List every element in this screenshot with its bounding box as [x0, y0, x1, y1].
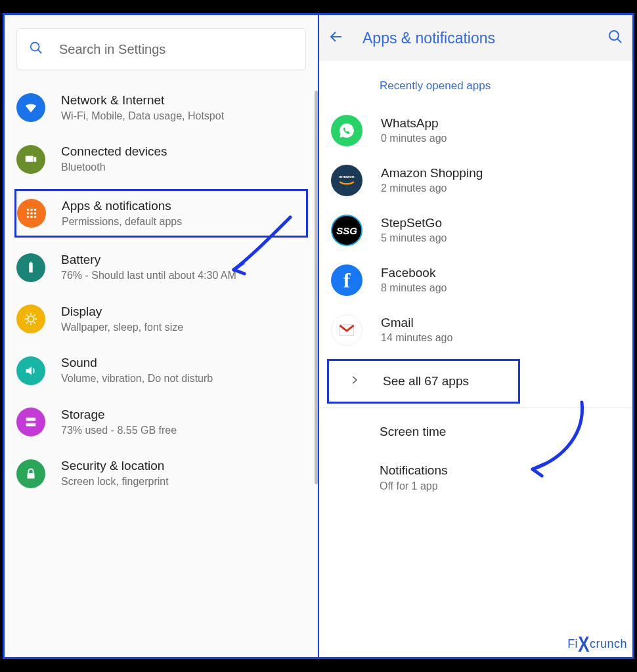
svg-point-9	[34, 212, 37, 215]
screen-time-item[interactable]: Screen time	[319, 408, 632, 456]
settings-item-connected[interactable]: Connected devices Bluetooth	[5, 133, 318, 184]
svg-line-22	[26, 322, 28, 324]
app-title: Gmail	[381, 315, 621, 331]
settings-item-apps[interactable]: Apps & notifications Permissions, defaul…	[14, 189, 308, 238]
svg-text:amazon: amazon	[339, 174, 354, 178]
item-subtitle: Permissions, default apps	[62, 215, 304, 229]
item-subtitle: Wallpaper, sleep, font size	[61, 321, 306, 335]
gmail-icon	[331, 314, 362, 346]
svg-line-20	[26, 314, 28, 316]
apps-header: Apps & notifications	[319, 15, 632, 61]
app-item-amazon[interactable]: amazon Amazon Shopping 2 minutes ago	[319, 156, 632, 205]
item-title: Display	[61, 304, 306, 320]
x-icon: X	[578, 631, 590, 657]
search-icon	[29, 41, 43, 58]
wifi-icon	[16, 93, 45, 122]
svg-rect-28	[28, 473, 35, 478]
storage-icon	[16, 408, 45, 436]
settings-list: Network & Internet Wi-Fi, Mobile, Data u…	[5, 82, 318, 499]
svg-line-21	[34, 322, 35, 324]
recent-apps-list: WhatsApp 0 minutes ago amazon Amazon Sho…	[319, 106, 632, 355]
see-all-apps[interactable]: See all 67 apps	[327, 359, 520, 404]
svg-point-5	[30, 209, 33, 211]
svg-line-23	[34, 314, 35, 316]
settings-item-network[interactable]: Network & Internet Wi-Fi, Mobile, Data u…	[5, 82, 318, 133]
app-title: Facebook	[381, 265, 621, 282]
svg-point-12	[34, 216, 37, 219]
section-label: Recently opened apps	[319, 61, 632, 106]
app-title: Amazon Shopping	[381, 165, 621, 182]
item-subtitle: Volume, vibration, Do not disturb	[61, 372, 306, 386]
settings-item-display[interactable]: Display Wallpaper, sleep, font size	[5, 293, 318, 345]
svg-point-26	[28, 419, 29, 420]
svg-point-7	[27, 212, 30, 215]
item-title: Notifications	[380, 463, 632, 479]
chevron-right-icon	[349, 374, 361, 388]
svg-rect-2	[26, 156, 33, 161]
apps-pane: Apps & notifications Recently opened app…	[318, 13, 634, 659]
svg-rect-14	[30, 262, 32, 263]
svg-rect-13	[29, 262, 33, 272]
item-subtitle: 73% used - 8.55 GB free	[61, 424, 306, 438]
stepsetgo-icon: SSG	[331, 215, 362, 246]
settings-item-security[interactable]: Security & location Screen lock, fingerp…	[5, 448, 318, 499]
svg-rect-3	[34, 157, 37, 161]
search-placeholder: Search in Settings	[59, 42, 165, 57]
search-button[interactable]	[607, 29, 623, 47]
amazon-icon: amazon	[331, 165, 362, 196]
page-title: Apps & notifications	[362, 30, 589, 47]
settings-item-battery[interactable]: Battery 76% - Should last until about 4:…	[5, 242, 318, 293]
svg-point-8	[30, 212, 33, 215]
item-title: Storage	[61, 407, 306, 423]
item-subtitle: Screen lock, fingerprint	[61, 475, 306, 489]
app-subtitle: 5 minutes ago	[381, 232, 621, 245]
lock-icon	[16, 459, 45, 488]
svg-line-31	[617, 39, 621, 43]
app-item-whatsapp[interactable]: WhatsApp 0 minutes ago	[319, 106, 632, 156]
app-subtitle: 8 minutes ago	[381, 282, 621, 295]
item-title: Apps & notifications	[62, 198, 304, 215]
search-bar[interactable]: Search in Settings	[16, 28, 306, 70]
app-title: WhatsApp	[381, 116, 621, 132]
svg-point-30	[609, 31, 619, 40]
svg-point-0	[31, 43, 39, 51]
item-title: Sound	[61, 355, 306, 371]
item-subtitle: Off for 1 app	[380, 480, 632, 494]
svg-line-1	[38, 50, 42, 54]
watermark: Fi X crunch	[567, 634, 627, 654]
notifications-item[interactable]: Notifications Off for 1 app	[319, 456, 632, 509]
svg-point-11	[30, 216, 33, 219]
settings-item-storage[interactable]: Storage 73% used - 8.55 GB free	[5, 396, 318, 448]
item-title: Screen time	[380, 424, 632, 440]
item-subtitle: Wi-Fi, Mobile, Data usage, Hotspot	[61, 110, 306, 123]
devices-icon	[16, 145, 45, 174]
item-title: Security & location	[61, 458, 306, 474]
svg-point-6	[34, 209, 37, 211]
sound-icon	[16, 356, 45, 385]
svg-point-15	[28, 316, 33, 322]
app-title: StepSetGo	[381, 215, 621, 232]
display-icon	[16, 304, 45, 333]
app-item-gmail[interactable]: Gmail 14 minutes ago	[319, 305, 632, 355]
settings-pane: Search in Settings Network & Internet Wi…	[3, 13, 318, 659]
item-subtitle: Bluetooth	[61, 161, 306, 175]
facebook-icon: f	[331, 264, 362, 296]
app-item-stepsetgo[interactable]: SSG StepSetGo 5 minutes ago	[319, 205, 632, 255]
item-title: Battery	[61, 252, 306, 268]
whatsapp-icon	[331, 115, 362, 146]
svg-point-27	[28, 424, 29, 425]
app-subtitle: 2 minutes ago	[381, 182, 621, 196]
settings-item-sound[interactable]: Sound Volume, vibration, Do not disturb	[5, 345, 318, 396]
item-title: Network & Internet	[61, 93, 306, 109]
svg-point-10	[27, 216, 30, 219]
svg-point-4	[27, 209, 30, 211]
app-subtitle: 0 minutes ago	[381, 132, 621, 146]
app-item-facebook[interactable]: f Facebook 8 minutes ago	[319, 255, 632, 305]
item-title: Connected devices	[61, 144, 306, 160]
item-subtitle: 76% - Should last until about 4:30 AM	[61, 269, 306, 283]
battery-icon	[16, 253, 45, 282]
app-subtitle: 14 minutes ago	[381, 331, 621, 345]
see-all-label: See all 67 apps	[383, 374, 469, 388]
apps-icon	[17, 199, 46, 228]
back-button[interactable]	[328, 29, 344, 47]
